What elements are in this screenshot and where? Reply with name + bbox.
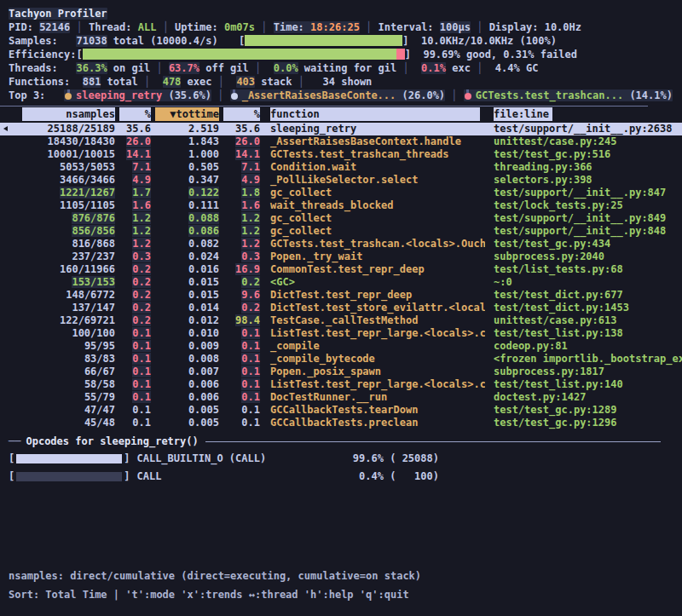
cell-tottime-value: 0.014: [188, 302, 219, 314]
table-row[interactable]: 148/67720.20.0159.6DictTest.test_repr_de…: [0, 289, 682, 302]
column-header-tottime-sorted[interactable]: ▼tottime: [151, 107, 219, 123]
table-row[interactable]: 100/1000.10.0100.1ListTest.test_repr_lar…: [0, 327, 682, 340]
table-row[interactable]: 160/119660.20.01616.9CommonTest.test_rep…: [0, 263, 682, 276]
table-row[interactable]: 66/670.10.0070.1Popen._posix_spawnsubpro…: [0, 366, 682, 378]
efficiency-label: Efficiency:: [9, 49, 76, 60]
cell-percent-direct-value: 0.1: [132, 404, 151, 416]
opcode-percent: 0.4% ( 100): [303, 468, 439, 486]
cell-tottime-value: 0.005: [188, 417, 219, 429]
cell-fileline: test/test_gc.py:434: [485, 238, 682, 250]
cell-percent-direct: 0.1: [115, 327, 151, 340]
cell-percent-cumulative-value: 1.2: [241, 212, 260, 224]
cell-function-value: wait_threads_blocked: [270, 199, 394, 211]
cell-tottime-value: 0.016: [188, 263, 219, 275]
cell-nsamples: 10001/10015: [12, 148, 115, 161]
cell-tottime: 0.006: [151, 391, 219, 404]
cell-tottime-value: 0.010: [188, 327, 219, 339]
cell-percent-cumulative: 9.6: [219, 289, 260, 302]
table-row[interactable]: 876/8761.20.0881.2gc_collecttest/support…: [0, 212, 682, 225]
cell-percent-cumulative: 26.0: [219, 135, 260, 148]
functions-line: Functions: 881 total │ 478 exec │ 403 st…: [9, 75, 682, 89]
cell-fileline-value: test/test_dict.py:1453: [494, 302, 629, 314]
table-row[interactable]: 122/697210.20.01298.4TestCase._callTestM…: [0, 314, 682, 327]
table-row[interactable]: 47/470.10.0050.1GCCallbackTests.tearDown…: [0, 404, 682, 417]
cell-function: _AssertRaisesBaseContext.handle: [260, 135, 485, 148]
threads-segment: │: [249, 62, 274, 74]
table-row[interactable]: 58/580.10.0060.1ListTest.test_repr_large…: [0, 378, 682, 391]
row-gutter: [0, 238, 12, 250]
table-header: nsamples % ▼tottime % function file:line: [0, 107, 682, 123]
cell-fileline: test/support/__init__.py:848: [485, 225, 682, 238]
cell-percent-direct: 0.1: [115, 378, 151, 391]
table-row[interactable]: 1221/12671.70.1221.8gc_collecttest/suppo…: [0, 187, 682, 199]
row-gutter: [0, 276, 12, 289]
cell-percent-direct: 0.2: [115, 302, 151, 314]
column-header-function[interactable]: function: [260, 107, 485, 123]
status-segment: Time:: [274, 21, 310, 33]
table-row[interactable]: 10001/1001514.11.00014.1GCTests.test_tra…: [0, 148, 682, 161]
table-row[interactable]: 18430/1843026.01.84326.0_AssertRaisesBas…: [0, 135, 682, 148]
cell-percent-direct-value: 1.2: [132, 238, 151, 250]
table-row[interactable]: 5053/50537.10.5057.1Condition.waitthread…: [0, 161, 682, 174]
table-row[interactable]: 237/2370.30.0240.3Popen._try_waitsubproc…: [0, 250, 682, 263]
column-header-fileline[interactable]: file:line: [485, 107, 682, 123]
cell-nsamples: 66/67: [12, 366, 115, 378]
table-row[interactable]: 95/950.10.0090.1_compilecodeop.py:81: [0, 340, 682, 353]
cell-function: TestCase._callTestMethod: [260, 314, 485, 327]
functions-segment: │: [292, 76, 322, 88]
cell-function-value: gc_collect: [270, 225, 332, 237]
cell-percent-direct-value: 0.1: [132, 353, 151, 365]
column-header-percent-cumulative[interactable]: %: [219, 107, 260, 123]
cell-function: GCTests.test_trashcan_threads: [260, 148, 485, 161]
cell-tottime-value: 1.843: [188, 135, 219, 147]
top3-separator: │: [211, 89, 230, 101]
top3-function-name: sleeping_retry: [76, 89, 162, 101]
cell-percent-cumulative: 0.2: [219, 276, 260, 289]
status-segment: Thread:: [89, 21, 138, 33]
table-row[interactable]: 153/1530.20.0150.2<GC>~:0: [0, 276, 682, 289]
cell-percent-direct-value: 35.6: [126, 123, 151, 135]
cell-percent-cumulative: 1.2: [219, 225, 260, 238]
efficiency-bar-close: ]: [405, 49, 411, 60]
table-row[interactable]: 1105/11051.60.1111.6wait_threads_blocked…: [0, 199, 682, 212]
cell-fileline: test/lock_tests.py:25: [485, 199, 682, 212]
column-header-nsamples[interactable]: nsamples: [12, 107, 115, 123]
table-row[interactable]: 137/1470.20.0140.2DictTest.test_store_ev…: [0, 302, 682, 314]
cell-percent-cumulative-value: 98.4: [235, 314, 260, 326]
top-functions-line: Top 3: sleeping_retry (35.6%) │ _AssertR…: [9, 89, 682, 102]
table-row[interactable]: 3466/34664.90.3474.9_PollLikeSelector.se…: [0, 174, 682, 187]
cell-nsamples-value: 876/876: [72, 212, 115, 224]
opcode-bar-close: ]: [124, 450, 130, 468]
cell-tottime: 0.010: [151, 327, 219, 340]
cell-nsamples: 95/95: [12, 340, 115, 353]
cell-nsamples: 58/58: [12, 378, 115, 391]
cell-tottime-value: 0.082: [188, 238, 219, 250]
cell-nsamples: 3466/3466: [12, 174, 115, 187]
row-gutter: [0, 225, 12, 238]
opcodes-list: []CALL_BUILTIN_O (CALL)99.6% ( 25088)[]C…: [0, 450, 682, 486]
cell-function: GCCallbackTests.preclean: [260, 417, 485, 429]
cell-function-value: gc_collect: [270, 187, 332, 199]
cell-function-value: GCCallbackTests.preclean: [270, 417, 418, 429]
cell-fileline: test/list_tests.py:68: [485, 263, 682, 276]
table-row[interactable]: 55/790.10.0060.1DocTestRunner.__rundocte…: [0, 391, 682, 404]
cell-function-value: GCTests.test_trashcan_threads: [270, 148, 449, 160]
cell-fileline-value: unittest/case.py:613: [494, 314, 617, 326]
cell-function: DictTest.test_store_evilattr.<local...: [260, 302, 485, 314]
column-header-percent-direct[interactable]: %: [115, 107, 151, 123]
samples-progress-bar: [245, 35, 402, 46]
cell-percent-direct: 1.2: [115, 238, 151, 250]
cell-percent-cumulative-value: 14.1: [235, 148, 260, 160]
table-row[interactable]: 83/830.10.0080.1_compile_bytecode<frozen…: [0, 353, 682, 366]
top3-entry: GCTests.test_trashcan... (14.1%): [464, 89, 673, 101]
table-row[interactable]: 856/8561.20.0861.2gc_collecttest/support…: [0, 225, 682, 238]
row-gutter: [0, 135, 12, 148]
table-row-selected[interactable]: 25188/2518935.62.51935.6sleeping_retryte…: [0, 123, 682, 135]
cell-fileline: selectors.py:398: [485, 174, 682, 187]
cell-nsamples-value: 856/856: [72, 225, 115, 237]
cell-fileline: <frozen importlib._bootstrap_externa: [485, 353, 682, 366]
table-row[interactable]: 816/8681.20.0821.2GCTests.test_trashcan.…: [0, 238, 682, 250]
table-row[interactable]: 45/480.10.0050.1GCCallbackTests.preclean…: [0, 417, 682, 429]
cell-nsamples: 137/147: [12, 302, 115, 314]
cell-nsamples: 237/237: [12, 250, 115, 263]
